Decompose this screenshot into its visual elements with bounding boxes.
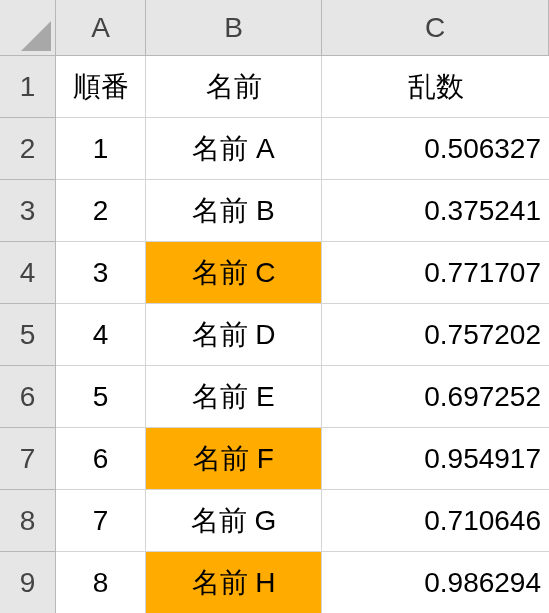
cell-B8[interactable]: 名前 G [146,490,322,552]
row-header-3[interactable]: 3 [0,180,56,242]
column-header-B[interactable]: B [146,0,322,56]
column-header-A[interactable]: A [56,0,146,56]
cell-C2[interactable]: 0.506327 [322,118,549,180]
cell-A6[interactable]: 5 [56,366,146,428]
cell-C3[interactable]: 0.375241 [322,180,549,242]
cell-A3[interactable]: 2 [56,180,146,242]
cell-A4[interactable]: 3 [56,242,146,304]
cell-C9[interactable]: 0.986294 [322,552,549,613]
cell-C8[interactable]: 0.710646 [322,490,549,552]
cell-A5[interactable]: 4 [56,304,146,366]
cell-C1[interactable]: 乱数 [322,56,549,118]
cell-A2[interactable]: 1 [56,118,146,180]
cell-B9[interactable]: 名前 H [146,552,322,613]
row-header-1[interactable]: 1 [0,56,56,118]
cell-B1[interactable]: 名前 [146,56,322,118]
cell-B7[interactable]: 名前 F [146,428,322,490]
spreadsheet-grid[interactable]: A B C 1 順番 名前 乱数 2 1 名前 A 0.506327 3 2 名… [0,0,549,613]
row-header-8[interactable]: 8 [0,490,56,552]
cell-B6[interactable]: 名前 E [146,366,322,428]
cell-C7[interactable]: 0.954917 [322,428,549,490]
cell-A1[interactable]: 順番 [56,56,146,118]
cell-B5[interactable]: 名前 D [146,304,322,366]
cell-C4[interactable]: 0.771707 [322,242,549,304]
row-header-5[interactable]: 5 [0,304,56,366]
row-header-2[interactable]: 2 [0,118,56,180]
row-header-9[interactable]: 9 [0,552,56,613]
cell-B3[interactable]: 名前 B [146,180,322,242]
column-header-C[interactable]: C [322,0,549,56]
cell-B2[interactable]: 名前 A [146,118,322,180]
row-header-4[interactable]: 4 [0,242,56,304]
row-header-6[interactable]: 6 [0,366,56,428]
cell-A8[interactable]: 7 [56,490,146,552]
cell-C6[interactable]: 0.697252 [322,366,549,428]
row-header-7[interactable]: 7 [0,428,56,490]
cell-A9[interactable]: 8 [56,552,146,613]
cell-A7[interactable]: 6 [56,428,146,490]
cell-C5[interactable]: 0.757202 [322,304,549,366]
cell-B4[interactable]: 名前 C [146,242,322,304]
select-all-corner[interactable] [0,0,56,56]
